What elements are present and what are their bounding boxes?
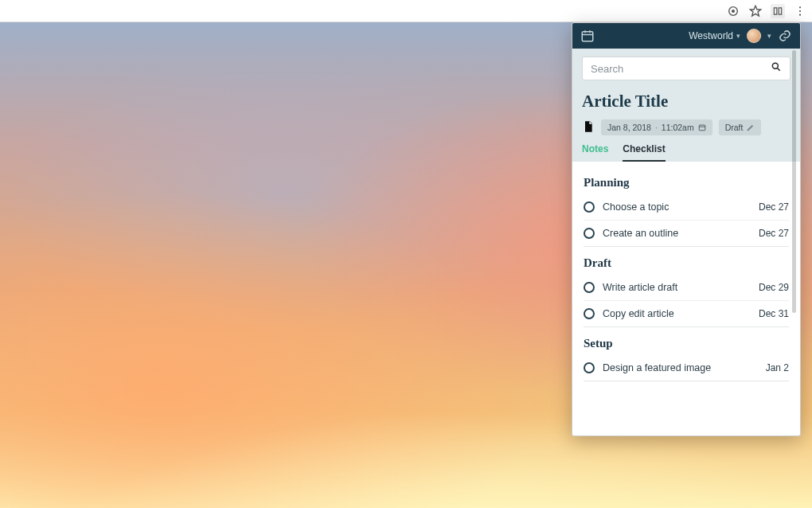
section-draft: Draft Write article draft Dec 29 Copy ed…	[584, 256, 789, 327]
article-status: Draft	[725, 123, 744, 132]
task-label: Create an outline	[603, 228, 751, 239]
task-label: Choose a topic	[603, 201, 751, 213]
extension-panel: Westworld ▾ ▾ Article Title	[572, 22, 801, 436]
panel-topbar: Westworld ▾ ▾	[572, 23, 800, 49]
section-title: Setup	[584, 337, 789, 350]
target-icon[interactable]	[726, 4, 740, 18]
svg-marker-2	[750, 6, 760, 16]
svg-line-11	[777, 68, 779, 70]
article-time: 11:02am	[662, 123, 694, 132]
panel-header: Article Title Jan 8, 2018 · 11:02am Draf…	[572, 49, 800, 162]
task-due: Dec 29	[759, 282, 789, 293]
svg-rect-12	[699, 125, 705, 131]
menu-dots-icon[interactable]	[793, 4, 807, 18]
checkbox-icon[interactable]	[584, 228, 595, 239]
browser-toolbar	[0, 0, 812, 22]
task-due: Dec 27	[759, 201, 789, 213]
svg-point-4	[799, 10, 801, 11]
task-row[interactable]: Create an outline Dec 27	[584, 221, 789, 247]
checkbox-icon[interactable]	[584, 362, 595, 373]
search-field[interactable]	[582, 57, 791, 80]
workspace-selector[interactable]: Westworld ▾	[689, 30, 740, 41]
tab-checklist[interactable]: Checklist	[623, 143, 665, 162]
search-icon[interactable]	[771, 61, 782, 76]
search-input[interactable]	[591, 63, 771, 75]
task-label: Copy edit article	[603, 308, 751, 319]
task-row[interactable]: Copy edit article Dec 31	[584, 301, 789, 327]
svg-point-3	[799, 6, 801, 8]
task-due: Dec 27	[759, 228, 789, 239]
chevron-down-icon[interactable]: ▾	[767, 32, 771, 40]
tab-notes[interactable]: Notes	[582, 143, 608, 162]
tabs: Notes Checklist	[582, 143, 791, 162]
svg-point-10	[772, 63, 778, 68]
pencil-icon	[747, 123, 755, 131]
status-pill[interactable]: Draft	[719, 119, 762, 135]
svg-point-1	[732, 10, 735, 12]
article-meta: Jan 8, 2018 · 11:02am Draft	[582, 119, 791, 135]
task-row[interactable]: Write article draft Dec 29	[584, 275, 789, 301]
calendar-small-icon	[698, 123, 706, 131]
article-date: Jan 8, 2018	[607, 123, 651, 132]
checkbox-icon[interactable]	[584, 308, 595, 319]
task-row[interactable]: Choose a topic Dec 27	[584, 194, 789, 221]
checkbox-icon[interactable]	[584, 282, 595, 293]
svg-point-5	[799, 14, 801, 15]
extension-icon[interactable]	[771, 4, 785, 18]
link-icon[interactable]	[778, 29, 792, 43]
task-label: Design a featured image	[603, 362, 758, 373]
workspace-name: Westworld	[689, 30, 733, 41]
scrollbar[interactable]	[792, 50, 796, 313]
checkbox-icon[interactable]	[584, 201, 595, 213]
section-setup: Setup Design a featured image Jan 2	[584, 337, 789, 381]
section-planning: Planning Choose a topic Dec 27 Create an…	[584, 176, 789, 247]
document-icon	[582, 120, 595, 135]
section-title: Draft	[584, 256, 789, 270]
task-due: Jan 2	[766, 362, 789, 373]
section-title: Planning	[584, 176, 789, 190]
svg-rect-6	[582, 32, 593, 41]
datetime-pill[interactable]: Jan 8, 2018 · 11:02am	[601, 119, 712, 135]
avatar[interactable]	[747, 29, 761, 43]
task-row[interactable]: Design a featured image Jan 2	[584, 355, 789, 381]
calendar-icon[interactable]	[580, 29, 595, 43]
task-label: Write article draft	[603, 282, 751, 293]
star-icon[interactable]	[748, 4, 763, 18]
article-title: Article Title	[582, 92, 791, 111]
task-due: Dec 31	[759, 308, 789, 319]
checklist-content: Planning Choose a topic Dec 27 Create an…	[572, 162, 800, 436]
chevron-down-icon: ▾	[736, 32, 740, 40]
